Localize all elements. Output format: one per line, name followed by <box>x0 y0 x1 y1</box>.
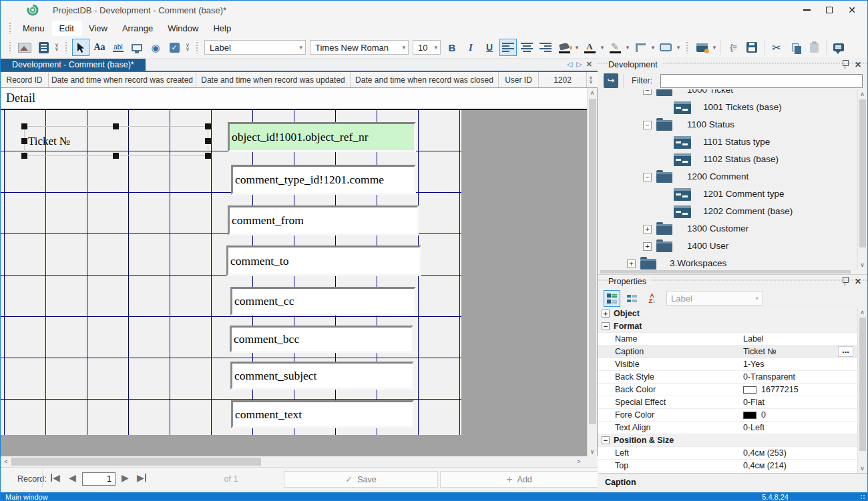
pin-icon[interactable] <box>842 277 848 286</box>
canvas-vertical-scrollbar[interactable]: ∧ ∨ <box>587 88 597 456</box>
paste-button[interactable] <box>805 39 823 56</box>
menu-item-edit[interactable]: Edit <box>52 21 81 36</box>
property-row-top[interactable]: Top0,4см (214) <box>598 460 857 472</box>
close-panel-icon[interactable]: ✕ <box>855 278 861 286</box>
menu-item-help[interactable]: Help <box>206 21 238 36</box>
field-comment-bcc[interactable]: comment_bcc <box>230 326 413 353</box>
shape-button[interactable] <box>657 39 674 56</box>
align-left-button[interactable] <box>499 39 517 56</box>
minimize-button[interactable] <box>795 1 818 19</box>
scroll-down-icon[interactable]: ∨ <box>858 262 867 268</box>
canvas-horizontal-scrollbar[interactable]: < > <box>1 456 598 467</box>
more-tools-chevron[interactable] <box>184 43 192 51</box>
tab-scroll-left-icon[interactable]: ◁ <box>567 60 572 69</box>
shape-dropdown[interactable] <box>675 44 682 51</box>
copy-button[interactable] <box>787 39 804 56</box>
expand-icon[interactable] <box>602 310 610 318</box>
selection-handle[interactable] <box>205 123 211 129</box>
more-options-chevron[interactable] <box>53 43 61 51</box>
checkbox-tool-button[interactable]: ✓ <box>166 39 183 56</box>
properties-vertical-scrollbar[interactable]: ∧ ∨ <box>857 308 867 473</box>
menu-item-menu[interactable]: Menu <box>15 21 52 36</box>
scroll-up-icon[interactable]: ∧ <box>588 89 597 96</box>
field-comment-cc[interactable]: comment_cc <box>230 287 416 316</box>
tree-vertical-scrollbar[interactable]: ∧ ∨ <box>857 89 867 270</box>
line-color-button[interactable]: ✎ <box>606 39 624 56</box>
detail-section-header[interactable]: Detail <box>1 88 587 110</box>
toolbar-grip[interactable] <box>9 41 11 53</box>
font-color-button[interactable]: A <box>581 39 598 56</box>
scrollbar-thumb[interactable] <box>589 99 596 424</box>
selection-handle[interactable] <box>113 153 119 159</box>
collapse-icon[interactable] <box>643 121 652 129</box>
column-overflow-chevron[interactable] <box>587 76 595 84</box>
property-row-back-style[interactable]: Back Style0-Transparent <box>598 371 857 384</box>
font-select[interactable]: Times New Roman <box>310 40 409 55</box>
tab-development-comment[interactable]: Development - Comment (base)* <box>1 59 146 71</box>
scroll-up-icon[interactable]: ∧ <box>858 309 867 316</box>
expand-icon[interactable] <box>643 225 652 233</box>
scrollbar-thumb[interactable] <box>600 270 851 274</box>
field-comment-type[interactable]: comment_type_id!1201.comme <box>231 165 416 195</box>
italic-button[interactable]: I <box>462 39 479 56</box>
scroll-down-icon[interactable]: ∨ <box>588 448 597 455</box>
subform-tool-button[interactable] <box>128 39 146 56</box>
scroll-down-icon[interactable]: ∨ <box>858 465 867 472</box>
tree-item-3-workspaces[interactable]: 3.Workspaces <box>598 255 857 270</box>
collapse-icon[interactable] <box>643 173 652 181</box>
property-row-visible[interactable]: Visible1-Yes <box>598 358 857 371</box>
column-user-id[interactable]: User ID <box>499 72 539 87</box>
property-row-fore-color[interactable]: Fore Color0 <box>598 409 857 422</box>
align-center-button[interactable] <box>518 39 535 56</box>
property-row-left[interactable]: Left0,4см (253) <box>598 447 857 460</box>
property-category-format[interactable]: Format <box>598 320 857 333</box>
property-row-text-align[interactable]: Text Align0-Left <box>598 422 857 434</box>
tree-item-1100-status[interactable]: 1100 Status <box>598 116 857 133</box>
tree-item-1101-status-type[interactable]: 1101 Status type <box>598 133 857 151</box>
border-style-button[interactable] <box>632 39 649 56</box>
scroll-right-icon[interactable]: > <box>575 458 583 465</box>
pin-icon[interactable] <box>842 60 848 69</box>
tree-horizontal-scrollbar[interactable] <box>598 270 857 274</box>
underline-button[interactable]: U <box>481 39 498 56</box>
font-color-dropdown[interactable] <box>599 44 606 51</box>
collapse-icon[interactable] <box>643 89 652 95</box>
save-record-button[interactable]: ✓Save <box>284 471 438 488</box>
border-style-dropdown[interactable] <box>650 44 656 51</box>
toolbar-grip[interactable] <box>686 41 688 53</box>
tree-item-1300-customer[interactable]: 1300 Customer <box>598 220 857 237</box>
tree-item-1102-status-base[interactable]: 1102 Status (base) <box>598 151 857 168</box>
selection-handle[interactable] <box>21 123 27 129</box>
toolbar-grip[interactable] <box>196 41 198 53</box>
fill-color-dropdown[interactable] <box>574 44 580 51</box>
comment-button[interactable] <box>830 39 847 56</box>
add-record-button[interactable]: +Add <box>440 471 598 488</box>
tree-item-1400-user[interactable]: 1400 User <box>598 237 857 255</box>
window-options-button[interactable] <box>693 39 710 56</box>
expand-icon[interactable] <box>643 242 652 251</box>
menu-item-arrange[interactable]: Arrange <box>115 21 160 36</box>
scrollbar-thumb[interactable] <box>859 318 866 451</box>
radiobutton-tool-button[interactable]: ◉ <box>147 39 164 56</box>
label-tool-button[interactable]: Aa <box>91 39 108 56</box>
scrollbar-thumb[interactable] <box>859 99 866 247</box>
record-first-button[interactable]: ◀ <box>51 472 60 483</box>
line-color-dropdown[interactable] <box>624 44 631 51</box>
object-selector[interactable]: Label <box>666 291 763 306</box>
tree-item-1202-comment-base[interactable]: 1202 Comment (base) <box>598 203 857 220</box>
field-comment-text[interactable]: comment_text <box>231 400 414 428</box>
field-object-ref-nr[interactable]: object_id!1001.object_ref_nr <box>228 122 416 152</box>
save-button[interactable] <box>743 39 761 56</box>
tree-item-1001-tickets-base[interactable]: 1001 Tickets (base) <box>598 99 857 116</box>
column-1202[interactable]: 1202 <box>539 72 587 87</box>
field-comment-subject[interactable]: comment_subject <box>230 362 414 390</box>
selection-handle[interactable] <box>21 153 27 159</box>
property-category-position-size[interactable]: Position & Size <box>598 434 857 447</box>
property-row-name[interactable]: NameLabel <box>598 333 857 346</box>
record-number-input[interactable] <box>82 472 116 486</box>
property-category-object[interactable]: Object <box>598 308 857 320</box>
field-comment-from[interactable]: comment_from <box>228 205 419 235</box>
window-options-dropdown[interactable] <box>711 44 718 51</box>
caption-ellipsis-button[interactable]: ... <box>838 346 853 357</box>
scroll-left-icon[interactable]: < <box>2 458 10 465</box>
